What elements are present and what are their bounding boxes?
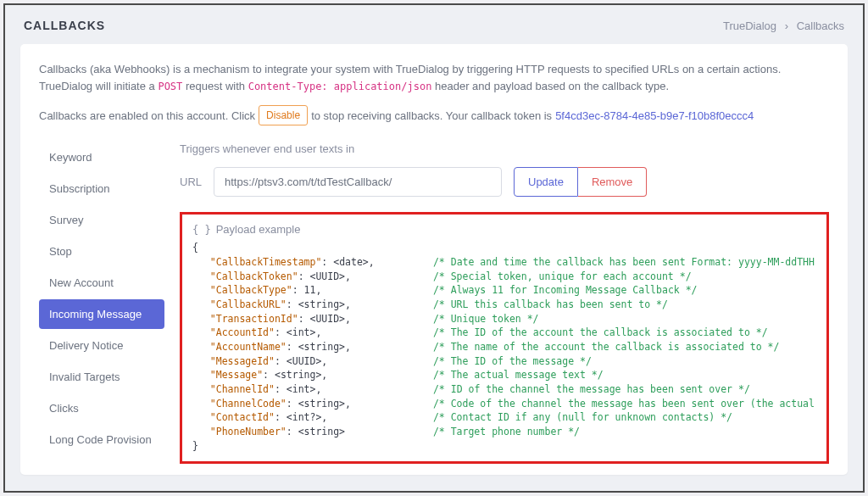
sidebar-item-long-code-provision[interactable]: Long Code Provision — [39, 425, 164, 454]
page-title: CALLBACKS — [24, 19, 105, 32]
trigger-description: Triggers whenever end user texts in — [180, 142, 829, 155]
payload-title: { } Payload example — [192, 223, 816, 236]
intro-text: Callbacks (aka Webhooks) is a mechanism … — [39, 61, 829, 95]
breadcrumb: TrueDialog › Callbacks — [723, 20, 844, 32]
url-button-group: Update Remove — [514, 167, 647, 197]
enabled-line: Callbacks are enabled on this account. C… — [39, 105, 829, 125]
sidebar-item-invalid-targets[interactable]: Invalid Targets — [39, 362, 164, 392]
breadcrumb-leaf: Callbacks — [797, 20, 844, 32]
breadcrumb-root[interactable]: TrueDialog — [723, 20, 776, 32]
url-input[interactable] — [214, 167, 502, 197]
sidebar-item-subscription[interactable]: Subscription — [39, 174, 164, 203]
url-label: URL — [180, 176, 202, 188]
sidebar-item-new-account[interactable]: New Account — [39, 268, 164, 298]
callback-token: 5f4cd3ec-8784-4e85-b9e7-f10b8f0eccc4 — [555, 109, 754, 122]
payload-code-scroll[interactable]: { "CallbackTimestamp": <date>, /* Date a… — [192, 241, 816, 456]
sidebar-item-survey[interactable]: Survey — [39, 205, 164, 235]
content-type-code: Content-Type: application/json — [248, 81, 432, 92]
sidebar-item-clicks[interactable]: Clicks — [39, 393, 164, 423]
payload-example-box: { } Payload example { "CallbackTimestamp… — [180, 212, 829, 464]
page-header: CALLBACKS TrueDialog › Callbacks — [5, 5, 863, 44]
sidebar-item-stop[interactable]: Stop — [39, 237, 164, 266]
url-row: URL Update Remove — [180, 167, 829, 197]
sidebar-item-incoming-message[interactable]: Incoming Message — [39, 299, 164, 329]
content-card: Callbacks (aka Webhooks) is a mechanism … — [20, 44, 848, 475]
disable-button[interactable]: Disable — [259, 105, 308, 125]
callback-type-sidebar: KeywordSubscriptionSurveyStopNew Account… — [39, 142, 164, 464]
sidebar-item-keyword[interactable]: Keyword — [39, 142, 164, 172]
post-code: POST — [158, 81, 182, 92]
chevron-right-icon: › — [785, 20, 788, 32]
braces-icon: { } — [192, 224, 211, 236]
payload-code: { "CallbackTimestamp": <date>, /* Date a… — [192, 241, 816, 453]
sidebar-item-delivery-notice[interactable]: Delivery Notice — [39, 331, 164, 360]
update-button[interactable]: Update — [514, 167, 578, 197]
remove-button[interactable]: Remove — [578, 167, 647, 197]
app-frame: CALLBACKS TrueDialog › Callbacks Callbac… — [3, 3, 865, 493]
main-panel: Triggers whenever end user texts in URL … — [180, 142, 829, 464]
